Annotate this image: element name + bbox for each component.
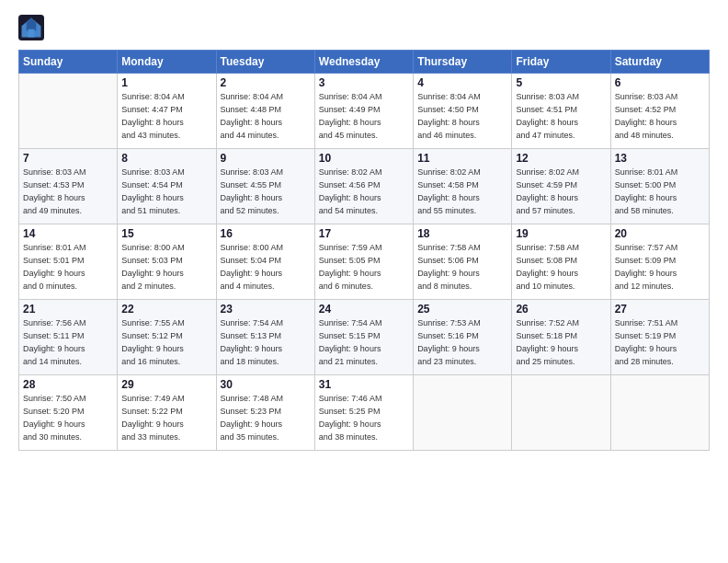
day-info: Sunrise: 7:46 AMSunset: 5:25 PMDaylight:…: [319, 393, 409, 444]
col-header-friday: Friday: [512, 51, 610, 74]
day-cell: 26Sunrise: 7:52 AMSunset: 5:18 PMDayligh…: [512, 300, 610, 375]
day-cell: 30Sunrise: 7:48 AMSunset: 5:23 PMDayligh…: [216, 375, 314, 451]
day-cell: 1Sunrise: 8:04 AMSunset: 4:47 PMDaylight…: [118, 74, 216, 149]
day-info: Sunrise: 7:59 AMSunset: 5:05 PMDaylight:…: [319, 242, 409, 293]
day-cell: 9Sunrise: 8:03 AMSunset: 4:55 PMDaylight…: [216, 149, 314, 224]
day-number: 23: [221, 303, 311, 316]
day-info: Sunrise: 8:03 AMSunset: 4:54 PMDaylight:…: [121, 167, 211, 218]
day-cell: 20Sunrise: 7:57 AMSunset: 5:09 PMDayligh…: [610, 224, 709, 300]
day-number: 21: [23, 303, 113, 316]
day-number: 1: [121, 76, 211, 89]
day-cell: 15Sunrise: 8:00 AMSunset: 5:03 PMDayligh…: [118, 224, 216, 300]
day-info: Sunrise: 7:49 AMSunset: 5:22 PMDaylight:…: [121, 393, 211, 444]
day-cell: 11Sunrise: 8:02 AMSunset: 4:58 PMDayligh…: [414, 149, 512, 224]
day-number: 10: [319, 152, 409, 165]
day-info: Sunrise: 7:57 AMSunset: 5:09 PMDaylight:…: [615, 242, 705, 293]
day-number: 6: [615, 76, 705, 89]
day-cell: 3Sunrise: 8:04 AMSunset: 4:49 PMDaylight…: [314, 74, 413, 149]
page-header: [18, 15, 710, 40]
day-number: 16: [221, 227, 311, 240]
day-number: 26: [516, 303, 606, 316]
day-info: Sunrise: 8:01 AMSunset: 5:00 PMDaylight:…: [615, 167, 705, 218]
day-number: 13: [615, 152, 705, 165]
day-info: Sunrise: 7:58 AMSunset: 5:08 PMDaylight:…: [516, 242, 606, 293]
day-info: Sunrise: 8:01 AMSunset: 5:01 PMDaylight:…: [23, 242, 113, 293]
day-info: Sunrise: 8:04 AMSunset: 4:49 PMDaylight:…: [319, 91, 409, 143]
day-cell: 31Sunrise: 7:46 AMSunset: 5:25 PMDayligh…: [314, 375, 413, 451]
week-row-2: 7Sunrise: 8:03 AMSunset: 4:53 PMDaylight…: [19, 149, 710, 224]
day-cell: 16Sunrise: 8:00 AMSunset: 5:04 PMDayligh…: [216, 224, 314, 300]
day-cell: 19Sunrise: 7:58 AMSunset: 5:08 PMDayligh…: [512, 224, 610, 300]
day-number: 9: [221, 152, 311, 165]
day-cell: 28Sunrise: 7:50 AMSunset: 5:20 PMDayligh…: [19, 375, 118, 451]
day-info: Sunrise: 8:02 AMSunset: 4:58 PMDaylight:…: [417, 167, 507, 218]
col-header-monday: Monday: [118, 51, 216, 74]
day-cell: [610, 375, 709, 451]
day-info: Sunrise: 7:55 AMSunset: 5:12 PMDaylight:…: [121, 317, 211, 369]
calendar-body: 1Sunrise: 8:04 AMSunset: 4:47 PMDaylight…: [19, 74, 710, 451]
col-header-wednesday: Wednesday: [314, 51, 413, 74]
day-info: Sunrise: 8:03 AMSunset: 4:55 PMDaylight:…: [221, 167, 311, 218]
day-cell: 17Sunrise: 7:59 AMSunset: 5:05 PMDayligh…: [314, 224, 413, 300]
day-info: Sunrise: 7:54 AMSunset: 5:15 PMDaylight:…: [319, 317, 409, 369]
day-info: Sunrise: 7:54 AMSunset: 5:13 PMDaylight:…: [221, 317, 311, 369]
col-header-tuesday: Tuesday: [216, 51, 314, 74]
day-cell: [19, 74, 118, 149]
day-number: 7: [23, 152, 113, 165]
day-cell: 25Sunrise: 7:53 AMSunset: 5:16 PMDayligh…: [414, 300, 512, 375]
svg-rect-3: [28, 29, 35, 38]
day-number: 19: [516, 227, 606, 240]
day-info: Sunrise: 8:03 AMSunset: 4:53 PMDaylight:…: [23, 167, 113, 218]
day-number: 22: [121, 303, 211, 316]
day-number: 3: [319, 76, 409, 89]
day-info: Sunrise: 8:03 AMSunset: 4:52 PMDaylight:…: [615, 91, 705, 143]
day-number: 14: [23, 227, 113, 240]
day-number: 5: [516, 76, 606, 89]
day-number: 28: [23, 378, 113, 391]
logo: [18, 15, 46, 40]
day-cell: 24Sunrise: 7:54 AMSunset: 5:15 PMDayligh…: [314, 300, 413, 375]
day-number: 17: [319, 227, 409, 240]
day-cell: 8Sunrise: 8:03 AMSunset: 4:54 PMDaylight…: [118, 149, 216, 224]
day-number: 20: [615, 227, 705, 240]
day-info: Sunrise: 8:03 AMSunset: 4:51 PMDaylight:…: [516, 91, 606, 143]
day-info: Sunrise: 7:53 AMSunset: 5:16 PMDaylight:…: [417, 317, 507, 369]
col-header-sunday: Sunday: [19, 51, 118, 74]
day-cell: 22Sunrise: 7:55 AMSunset: 5:12 PMDayligh…: [118, 300, 216, 375]
day-number: 18: [417, 227, 507, 240]
day-cell: 6Sunrise: 8:03 AMSunset: 4:52 PMDaylight…: [610, 74, 709, 149]
day-cell: 2Sunrise: 8:04 AMSunset: 4:48 PMDaylight…: [216, 74, 314, 149]
day-number: 2: [221, 76, 311, 89]
day-info: Sunrise: 8:00 AMSunset: 5:04 PMDaylight:…: [221, 242, 311, 293]
day-info: Sunrise: 8:04 AMSunset: 4:50 PMDaylight:…: [417, 91, 507, 143]
day-number: 4: [417, 76, 507, 89]
day-info: Sunrise: 7:52 AMSunset: 5:18 PMDaylight:…: [516, 317, 606, 369]
day-cell: 7Sunrise: 8:03 AMSunset: 4:53 PMDaylight…: [19, 149, 118, 224]
day-number: 29: [121, 378, 211, 391]
calendar-table: SundayMondayTuesdayWednesdayThursdayFrid…: [18, 50, 710, 451]
day-info: Sunrise: 7:50 AMSunset: 5:20 PMDaylight:…: [23, 393, 113, 444]
week-row-3: 14Sunrise: 8:01 AMSunset: 5:01 PMDayligh…: [19, 224, 710, 300]
day-number: 27: [615, 303, 705, 316]
day-number: 31: [319, 378, 409, 391]
day-info: Sunrise: 7:48 AMSunset: 5:23 PMDaylight:…: [221, 393, 311, 444]
logo-icon: [18, 15, 44, 40]
day-number: 24: [319, 303, 409, 316]
day-number: 25: [417, 303, 507, 316]
day-cell: 4Sunrise: 8:04 AMSunset: 4:50 PMDaylight…: [414, 74, 512, 149]
day-cell: 21Sunrise: 7:56 AMSunset: 5:11 PMDayligh…: [19, 300, 118, 375]
day-number: 12: [516, 152, 606, 165]
day-cell: 12Sunrise: 8:02 AMSunset: 4:59 PMDayligh…: [512, 149, 610, 224]
day-cell: 14Sunrise: 8:01 AMSunset: 5:01 PMDayligh…: [19, 224, 118, 300]
day-cell: [414, 375, 512, 451]
day-number: 8: [121, 152, 211, 165]
day-number: 15: [121, 227, 211, 240]
week-row-4: 21Sunrise: 7:56 AMSunset: 5:11 PMDayligh…: [19, 300, 710, 375]
day-info: Sunrise: 8:00 AMSunset: 5:03 PMDaylight:…: [121, 242, 211, 293]
day-cell: 23Sunrise: 7:54 AMSunset: 5:13 PMDayligh…: [216, 300, 314, 375]
day-info: Sunrise: 7:58 AMSunset: 5:06 PMDaylight:…: [417, 242, 507, 293]
day-info: Sunrise: 8:04 AMSunset: 4:47 PMDaylight:…: [121, 91, 211, 143]
day-cell: 13Sunrise: 8:01 AMSunset: 5:00 PMDayligh…: [610, 149, 709, 224]
day-cell: 10Sunrise: 8:02 AMSunset: 4:56 PMDayligh…: [314, 149, 413, 224]
header-row: SundayMondayTuesdayWednesdayThursdayFrid…: [19, 51, 710, 74]
